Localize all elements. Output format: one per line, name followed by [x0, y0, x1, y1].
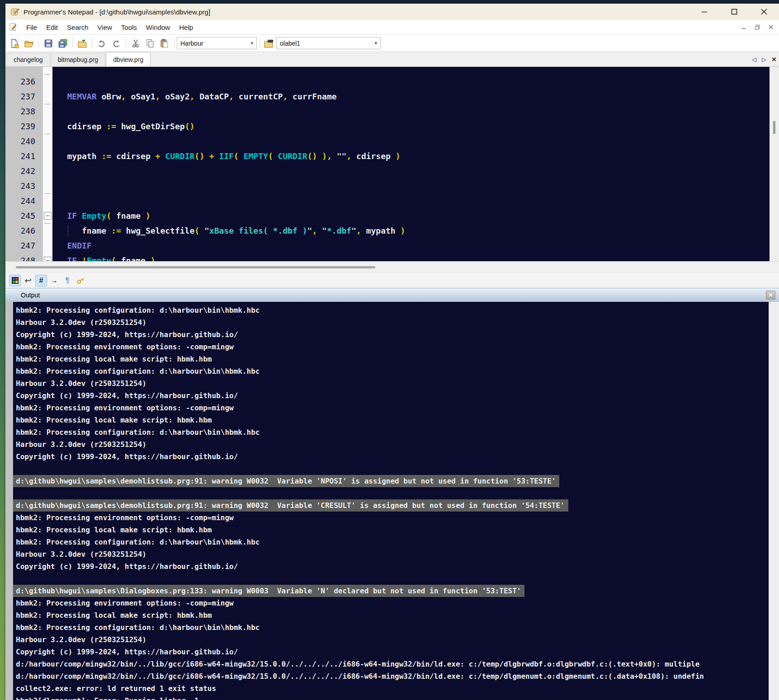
- save-icon[interactable]: [42, 37, 55, 50]
- output-line: Copyright (c) 1999-2024, https://harbour…: [13, 646, 769, 658]
- color-grid-icon[interactable]: [9, 275, 21, 287]
- output-close-icon[interactable]: ✕: [766, 291, 775, 300]
- output-caption-bar: Output ✕: [5, 288, 779, 302]
- mdi-restore-icon[interactable]: [751, 22, 764, 33]
- code-line-243: [52, 179, 770, 193]
- code-line-248: IF !Empty( fname ): [52, 253, 770, 261]
- fold-margin-cell: [43, 134, 52, 149]
- menu-item-file[interactable]: File: [22, 21, 42, 33]
- fold-margin-cell: [43, 119, 52, 134]
- app-window: Programmer's Notepad - [d:\github\hwgui\…: [5, 4, 779, 700]
- editor-vertical-scrollbar[interactable]: [770, 67, 779, 261]
- output-area[interactable]: hbmk2: Processing configuration: d:\harb…: [13, 302, 769, 700]
- save-all-icon[interactable]: [56, 37, 70, 50]
- fold-minus-icon[interactable]: [44, 257, 52, 261]
- syntax-scheme-value: Harbour: [180, 40, 203, 47]
- tab-dbview-prg[interactable]: dbview.prg: [106, 52, 151, 66]
- editor-vscroll-thumb[interactable]: [773, 121, 775, 134]
- toolbar-separator: [38, 38, 39, 49]
- code-line-245: IF Empty( fname ): [52, 208, 770, 223]
- pilcrow-icon[interactable]: ¶: [61, 275, 73, 287]
- redo-icon[interactable]: [109, 37, 123, 50]
- splitter[interactable]: [5, 261, 779, 273]
- menu-item-help[interactable]: Help: [175, 21, 198, 33]
- output-line: Copyright (c) 1999-2024, https://harbour…: [13, 560, 769, 573]
- open-folder-icon[interactable]: [22, 37, 36, 50]
- output-line: hbmk2: Processing configuration: d:\harb…: [13, 621, 769, 634]
- output-left-edge: [5, 302, 13, 700]
- line-number: 242: [5, 164, 42, 179]
- chevron-down-icon: ▾: [250, 40, 253, 46]
- main-toolbar: Harbour▾olabel1▾: [5, 35, 779, 52]
- search-text-input[interactable]: olabel1▾: [276, 37, 381, 49]
- syntax-scheme-select[interactable]: Harbour▾: [177, 37, 257, 49]
- fold-margin-cell: [43, 179, 52, 193]
- output-line: hbmk2: Processing environment options: -…: [13, 597, 769, 609]
- line-numbers-icon[interactable]: #: [35, 275, 47, 287]
- undo-icon[interactable]: [95, 37, 109, 50]
- new-file-icon[interactable]: [8, 37, 21, 50]
- output-line: hbmk2: Processing environment options: -…: [13, 402, 769, 414]
- fold-margin-cell: [43, 193, 52, 208]
- copy-icon[interactable]: [143, 37, 157, 50]
- code-line-242: [52, 164, 770, 179]
- output-line: hbmk2[dlgmenumt]: Error: Running linker.…: [13, 695, 769, 700]
- output-line: hbmk2: Processing environment options: -…: [13, 341, 769, 353]
- code-line-240: [52, 134, 770, 149]
- folder-arrow-icon[interactable]: [76, 37, 89, 50]
- mdi-minimize-icon[interactable]: [737, 22, 750, 33]
- editor-hscroll-thumb[interactable]: [16, 266, 375, 268]
- fold-margin[interactable]: [42, 67, 52, 261]
- whitespace-arrow-icon[interactable]: →: [48, 275, 60, 287]
- document-pencil-icon[interactable]: [9, 23, 17, 31]
- code-area[interactable]: MEMVAR oBrw, oSay1, oSay2, DataCP, curre…: [52, 67, 770, 261]
- output-line: Harbour 3.2.0dev (r2503251254): [13, 377, 769, 390]
- minimize-icon[interactable]: [689, 4, 719, 20]
- tab-scroll-left-icon[interactable]: ◁: [749, 52, 759, 66]
- tab-close-icon[interactable]: ✕: [769, 52, 779, 66]
- output-warning-line[interactable]: d:\github\hwgui\samples\demohlistsub.prg…: [13, 499, 769, 512]
- fold-margin-cell: [43, 149, 52, 164]
- menu-item-edit[interactable]: Edit: [42, 21, 62, 33]
- menu-item-view[interactable]: View: [93, 21, 117, 33]
- cut-icon[interactable]: [129, 37, 142, 50]
- wrap-arrow-icon[interactable]: ↩: [22, 275, 34, 287]
- close-icon[interactable]: [749, 4, 779, 20]
- key-icon[interactable]: [75, 275, 86, 287]
- output-line: [13, 487, 769, 499]
- maximize-icon[interactable]: [719, 4, 749, 20]
- output-line: [13, 573, 769, 585]
- line-number: 241: [5, 149, 42, 164]
- output-line: hbmk2: Processing configuration: d:\harb…: [13, 536, 769, 548]
- paste-icon[interactable]: [158, 37, 171, 50]
- tab-changelog[interactable]: changelog: [6, 53, 50, 66]
- search-text-value: olabel1: [280, 40, 300, 47]
- output-warning-line[interactable]: d:\github\hwgui\samples\Dialogboxes.prg:…: [13, 585, 769, 597]
- mdi-close-icon[interactable]: [765, 22, 777, 33]
- output-line: Harbour 3.2.0dev (r2503251254): [13, 548, 769, 560]
- code-line-237: MEMVAR oBrw, oSay1, oSay2, DataCP, curre…: [52, 89, 770, 104]
- find-in-files-icon[interactable]: [262, 37, 276, 50]
- output-vertical-scrollbar[interactable]: [769, 302, 779, 700]
- tab-scroll-right-icon[interactable]: ▷: [759, 52, 769, 66]
- output-line: hbmk2: Processing environment options: -…: [13, 512, 769, 524]
- line-number: 239: [5, 119, 42, 134]
- output-line: hbmk2: Processing configuration: d:\harb…: [13, 304, 769, 316]
- tab-bitmapbug-prg[interactable]: bitmapbug.prg: [51, 53, 106, 66]
- line-number: 247: [5, 238, 42, 253]
- toolbar-separator: [92, 38, 92, 49]
- code-editor: 236237238239240241242243244245246247248 …: [5, 66, 779, 261]
- line-number-gutter: 236237238239240241242243244245246247248: [5, 67, 42, 261]
- code-line-247: ENDIF: [52, 238, 770, 253]
- menu-item-tools[interactable]: Tools: [117, 21, 142, 33]
- fold-collapse-marker[interactable]: [43, 208, 52, 223]
- menu-item-search[interactable]: Search: [62, 21, 93, 33]
- line-number: 246: [5, 223, 42, 238]
- fold-margin-cell: [43, 164, 52, 179]
- fold-collapse-marker[interactable]: [43, 253, 52, 261]
- output-warning-line[interactable]: d:\github\hwgui\samples\demohlistsub.prg…: [13, 475, 769, 487]
- menu-item-window[interactable]: Window: [142, 21, 175, 33]
- line-number: 236: [5, 74, 42, 89]
- fold-minus-icon[interactable]: [44, 212, 52, 220]
- tab-strip: changelogbitmapbug.prgdbview.prg ◁ ▷ ✕: [5, 52, 779, 66]
